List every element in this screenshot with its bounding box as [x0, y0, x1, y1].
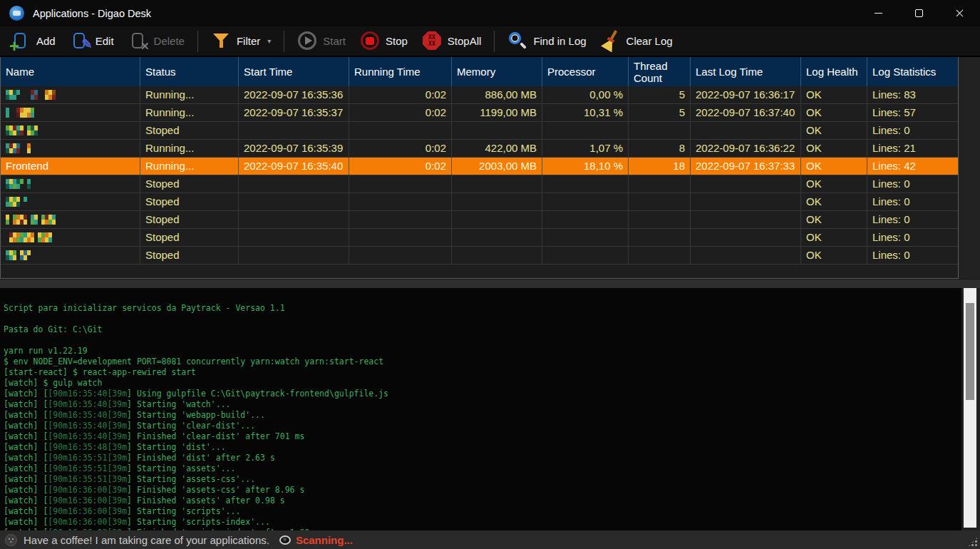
log-line: [watch] [[90m16:35:40[39m] Starting 'wat…	[4, 399, 961, 410]
cell-log_statistics: Lines: 42	[867, 158, 959, 175]
log-line: [watch] [[90m16:35:51[39m] Finished 'dis…	[4, 453, 961, 463]
cell-memory	[452, 229, 542, 246]
app-window: Applications - Digao Desk +Add✎Edit✕Dele…	[0, 0, 980, 549]
column-header-log_statistics[interactable]: Log Statistics	[867, 57, 959, 86]
cell-start_time	[239, 175, 349, 193]
log-line: [watch] [[90m16:35:51[39m] Starting 'ass…	[4, 463, 961, 474]
cell-running_time	[349, 229, 452, 246]
cell-status: Running...	[140, 104, 239, 121]
column-header-status[interactable]: Status	[140, 57, 239, 86]
table-row[interactable]: Running...2022-09-07 16:35:370:021199,00…	[1, 104, 958, 122]
splitter-handle[interactable]	[0, 279, 980, 288]
toolbar-stop-button[interactable]: Stop	[354, 29, 414, 53]
cell-thread_count: 18	[629, 158, 691, 175]
log-line: [start-react] $ react-app-rewired start	[4, 367, 961, 378]
cell-start_time: 2022-09-07 16:35:36	[239, 86, 349, 103]
cell-processor	[542, 211, 629, 228]
cell-last_log_time	[691, 175, 801, 193]
cell-log_health: OK	[801, 211, 867, 228]
log-line: [watch] [[90m16:35:40[39m] Finished 'cle…	[4, 431, 961, 442]
toolbar-clear-button[interactable]: Clear Log	[594, 29, 679, 53]
log-line: [watch] [[90m16:35:51[39m] Starting 'ass…	[4, 474, 961, 485]
toolbar-filter-button[interactable]: Filter▾	[205, 29, 277, 53]
table-row[interactable]: StopedOKLines: 0	[1, 193, 958, 211]
table-row[interactable]: StopedOKLines: 0	[1, 229, 958, 247]
redacted-name-pixelation	[6, 90, 56, 100]
column-header-log_health[interactable]: Log Health	[801, 57, 867, 86]
edit-icon: ✎	[70, 31, 91, 51]
toolbar-stop-label: Stop	[386, 35, 408, 47]
cell-status: Running...	[140, 86, 239, 103]
redacted-name-pixelation	[6, 108, 34, 118]
column-header-start_time[interactable]: Start Time	[239, 57, 349, 86]
column-header-processor[interactable]: Processor	[542, 57, 629, 86]
log-line: $ env NODE_ENV=development PORT=8081 con…	[4, 356, 961, 367]
log-console[interactable]: Script para inicializar servicos da Payt…	[0, 288, 961, 530]
toolbar-find-button[interactable]: Find in Log	[501, 29, 592, 53]
table-row-frontend[interactable]: FrontendRunning...2022-09-07 16:35:400:0…	[1, 158, 958, 175]
titlebar[interactable]: Applications - Digao Desk	[0, 0, 980, 26]
toolbar-stopall-button[interactable]: XX XXStopAll	[416, 29, 488, 53]
maximize-button[interactable]	[899, 0, 939, 26]
cell-processor	[542, 122, 629, 139]
filter-icon	[211, 31, 232, 51]
redacted-name-pixelation	[6, 125, 38, 135]
table-row[interactable]: StopedOKLines: 0	[1, 122, 958, 140]
column-header-thread_count[interactable]: Thread Count	[629, 57, 691, 86]
log-scrollbar-thumb[interactable]	[966, 303, 974, 400]
column-header-name[interactable]: Name	[1, 57, 140, 86]
window-controls	[858, 0, 980, 26]
table-row[interactable]: Running...2022-09-07 16:35:390:02422,00 …	[1, 140, 958, 158]
cell-thread_count	[629, 122, 691, 139]
cell-log_health: OK	[801, 86, 867, 103]
window-title: Applications - Digao Desk	[33, 8, 151, 19]
log-line: [watch] [[90m16:36:00[39m] Starting 'scr…	[4, 517, 961, 528]
cell-name: Frontend	[1, 158, 140, 175]
cell-running_time: 0:02	[349, 140, 452, 157]
table-row[interactable]: StopedOKLines: 0	[1, 247, 958, 265]
log-scrollbar[interactable]	[964, 288, 976, 528]
table-row[interactable]: StopedOKLines: 0	[1, 175, 958, 193]
cell-log_health: OK	[801, 158, 867, 175]
cell-log_statistics: Lines: 0	[867, 211, 959, 228]
log-line: [watch] [[90m16:35:40[39m] Starting 'cle…	[4, 421, 961, 431]
table-row[interactable]: StopedOKLines: 0	[1, 211, 958, 229]
cell-memory	[452, 211, 542, 228]
redacted-name-pixelation	[6, 215, 56, 225]
cell-thread_count	[629, 193, 691, 210]
column-header-memory[interactable]: Memory	[452, 57, 542, 86]
column-header-running_time[interactable]: Running Time	[349, 57, 452, 86]
cell-status: Stoped	[140, 175, 239, 193]
cell-processor	[542, 175, 629, 193]
cell-status: Running...	[140, 140, 239, 157]
cell-start_time	[239, 193, 349, 210]
cell-log_statistics: Lines: 0	[867, 229, 959, 246]
column-header-last_log_time[interactable]: Last Log Time	[691, 57, 801, 86]
table-body: Running...2022-09-07 16:35:360:02886,00 …	[1, 86, 958, 265]
start-icon	[297, 31, 318, 51]
minimize-button[interactable]	[858, 0, 899, 26]
add-icon: +	[11, 31, 31, 51]
cell-thread_count	[629, 247, 691, 264]
toolbar-add-button[interactable]: +Add	[4, 29, 62, 53]
cell-log_statistics: Lines: 0	[867, 122, 959, 139]
toolbar-delete-button: ✕Delete	[122, 29, 191, 53]
log-line: Script para inicializar servicos da Payt…	[4, 303, 961, 314]
toolbar-edit-button[interactable]: ✎Edit	[63, 29, 120, 53]
log-line	[4, 314, 961, 324]
table-row[interactable]: Running...2022-09-07 16:35:360:02886,00 …	[1, 86, 958, 104]
close-button[interactable]	[939, 0, 980, 26]
cell-running_time: 0:02	[349, 86, 452, 103]
cell-start_time: 2022-09-07 16:35:37	[239, 104, 349, 121]
stop-all-icon: XX XX	[422, 31, 443, 51]
cell-name	[1, 175, 140, 193]
status-bar: Have a coffee! I am taking care of your …	[0, 530, 980, 549]
cell-log_statistics: Lines: 0	[867, 175, 959, 193]
cell-processor: 10,31 %	[542, 104, 629, 121]
cell-start_time: 2022-09-07 16:35:39	[239, 140, 349, 157]
cell-log_statistics: Lines: 57	[867, 104, 959, 121]
redacted-name-pixelation	[6, 232, 52, 242]
redacted-name-pixelation	[6, 250, 31, 260]
cell-memory	[452, 193, 542, 210]
cell-memory: 1199,00 MB	[452, 104, 542, 121]
